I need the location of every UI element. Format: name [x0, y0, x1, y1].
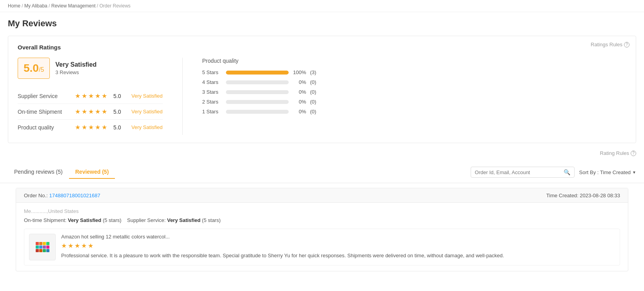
- time-created-label: Time Created:: [546, 193, 579, 198]
- bar-fill-0: [226, 71, 289, 75]
- shipment-label: On-time Shipment:: [24, 217, 66, 223]
- breadcrumb-myalibaba[interactable]: My Alibaba: [24, 3, 47, 9]
- bar-pct-4: 0%: [293, 109, 306, 115]
- product-info: Amazon hot selling 12 metallic colors wa…: [61, 234, 615, 260]
- info-icon: ?: [624, 42, 629, 47]
- product-stars: ★★★★★: [61, 242, 615, 249]
- bar-label-3: 2 Stars: [202, 99, 222, 105]
- order-header: Order No.: 174880718001021687 Time Creat…: [16, 188, 628, 203]
- product-name: Amazon hot selling 12 metallic colors wa…: [61, 234, 615, 240]
- rating-row-1: On-time Shipment★★★★★5.0Very Satisfied: [18, 104, 163, 119]
- rating-row-text-1: Very Satisfied: [131, 109, 163, 115]
- sort-by-label: Sort By : Time Created: [579, 169, 631, 175]
- score-denom: /5: [39, 66, 44, 73]
- star-0: ★: [75, 124, 80, 131]
- shipment-stars: (5 stars): [103, 217, 122, 223]
- order-card: Order No.: 174880718001021687 Time Creat…: [16, 188, 628, 271]
- page-title: My Reviews: [0, 12, 644, 32]
- rating-row-label-1: On-time Shipment: [18, 109, 69, 115]
- rating-row-stars-1: ★★★★★: [75, 108, 107, 115]
- score-block: 5.0/5 Very Satisfied 3 Reviews: [18, 58, 163, 79]
- tab-1[interactable]: Reviewed (5): [69, 166, 115, 179]
- breadcrumb-current: Order Reviews: [100, 3, 131, 9]
- supplier-stars: (5 stars): [202, 217, 221, 223]
- time-created: Time Created: 2023-08-28 08:33: [546, 193, 620, 198]
- sort-by[interactable]: Sort By : Time Created ▼: [579, 169, 636, 175]
- section-title: Overall Ratings: [18, 44, 626, 51]
- product-quality-title: Product quality: [202, 58, 627, 64]
- bar-pct-1: 0%: [293, 79, 306, 85]
- supplier-label: Supplier Service:: [127, 217, 166, 223]
- star-3: ★: [95, 108, 100, 115]
- score-main: 5.0: [24, 62, 39, 74]
- tabs: Pending reviews (5)Reviewed (5): [8, 166, 115, 179]
- product-star-1: ★: [68, 242, 73, 249]
- right-panel: Product quality 5 Stars100%(3)4 Stars0%(…: [202, 58, 627, 118]
- search-icon[interactable]: 🔍: [564, 169, 570, 175]
- star-1: ★: [82, 108, 87, 115]
- star-0: ★: [75, 108, 80, 115]
- search-input[interactable]: [475, 169, 561, 175]
- product-thumbnail: [29, 234, 56, 260]
- order-no-link[interactable]: 174880718001021687: [49, 193, 100, 198]
- shipment-value: Very Satisfied: [68, 217, 101, 223]
- bar-pct-2: 0%: [293, 89, 306, 95]
- bar-label-4: 1 Stars: [202, 109, 222, 115]
- score-reviews: 3 Reviews: [55, 69, 96, 75]
- bar-count-0: (3): [310, 69, 317, 75]
- ratings-rules-top-button[interactable]: Ratings Rules ?: [591, 42, 629, 47]
- vertical-divider: [182, 58, 183, 135]
- breadcrumb-home[interactable]: Home: [8, 3, 20, 9]
- bar-row-3: 2 Stars0%(0): [202, 99, 627, 105]
- bar-count-4: (0): [310, 109, 317, 115]
- star-1: ★: [82, 124, 87, 131]
- score-label: Very Satisfied: [55, 61, 96, 68]
- rating-row-label-0: Supplier Service: [18, 93, 69, 99]
- order-number-section: Order No.: 174880718001021687: [24, 192, 100, 198]
- rating-row-num-1: 5.0: [113, 109, 125, 115]
- right-controls: 🔍 Sort By : Time Created ▼: [471, 167, 636, 178]
- rating-row-text-2: Very Satisfied: [131, 124, 163, 130]
- tab-0[interactable]: Pending reviews (5): [8, 166, 69, 179]
- rating-row-text-0: Very Satisfied: [131, 93, 163, 99]
- rating-row-stars-2: ★★★★★: [75, 124, 107, 131]
- order-body: Me...........,United States On-time Ship…: [16, 203, 628, 271]
- star-2: ★: [88, 108, 94, 115]
- product-review-block: Amazon hot selling 12 metallic colors wa…: [24, 229, 620, 266]
- time-created-value: 2023-08-28 08:33: [580, 193, 620, 198]
- rating-row-num-0: 5.0: [113, 93, 125, 99]
- swatch-grid: [36, 242, 49, 252]
- shipment-line: On-time Shipment: Very Satisfied (5 star…: [24, 217, 620, 223]
- product-star-3: ★: [81, 242, 87, 249]
- rating-rules-label: Rating Rules: [600, 150, 629, 156]
- bar-row-0: 5 Stars100%(3): [202, 69, 627, 75]
- breadcrumb-review-mgmt[interactable]: Review Management: [51, 3, 96, 9]
- rating-row-num-2: 5.0: [113, 124, 125, 131]
- bar-track-2: [226, 90, 289, 94]
- product-star-4: ★: [88, 242, 93, 249]
- rating-row-label-2: Product quality: [18, 124, 69, 131]
- bar-pct-0: 100%: [293, 69, 306, 75]
- bar-count-2: (0): [310, 89, 317, 95]
- star-3: ★: [95, 92, 100, 100]
- breadcrumb: Home / My Alibaba / Review Management / …: [0, 0, 644, 12]
- rating-row-2: Product quality★★★★★5.0Very Satisfied: [18, 119, 163, 135]
- overall-ratings-card: Ratings Rules ? Overall Ratings 5.0/5 Ve…: [8, 36, 636, 143]
- bar-count-3: (0): [310, 99, 317, 105]
- bar-track-0: [226, 71, 289, 75]
- score-box: 5.0/5: [18, 58, 50, 79]
- bar-row-4: 1 Stars0%(0): [202, 109, 627, 115]
- bar-count-1: (0): [310, 79, 317, 85]
- star-0: ★: [75, 92, 80, 100]
- bar-pct-3: 0%: [293, 99, 306, 105]
- bar-row-1: 4 Stars0%(0): [202, 79, 627, 85]
- search-box: 🔍: [471, 167, 575, 178]
- review-text: Professional service. It is a pleasure t…: [61, 252, 615, 260]
- rating-row-0: Supplier Service★★★★★5.0Very Satisfied: [18, 88, 163, 104]
- ratings-rules-top-label: Ratings Rules: [591, 42, 622, 47]
- rating-rules-bottom[interactable]: Rating Rules ?: [0, 147, 644, 158]
- star-2: ★: [88, 124, 94, 131]
- supplier-value: Very Satisfied: [167, 217, 200, 223]
- order-no-label: Order No.:: [24, 193, 48, 198]
- product-star-0: ★: [61, 242, 67, 249]
